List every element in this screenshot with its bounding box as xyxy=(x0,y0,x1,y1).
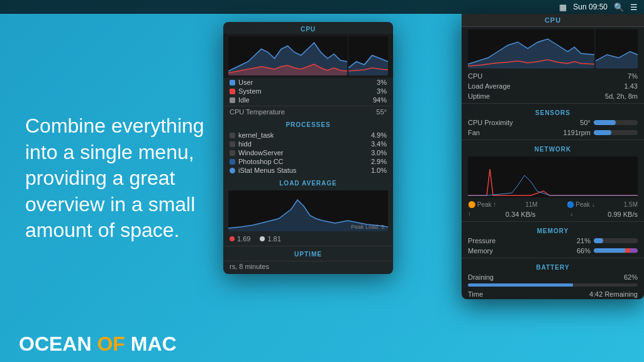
uptime-title: UPTIME xyxy=(223,248,393,259)
load-values: 1.69 1.81 xyxy=(223,234,393,244)
processes-title: PROCESSES xyxy=(223,118,393,129)
memory-label: Memory xyxy=(468,247,493,255)
brand-mac: MAC xyxy=(131,332,177,356)
mem-seg-blue xyxy=(594,248,625,253)
process-value-1: 4.9% xyxy=(371,131,387,139)
cpu-temp-row: CPU Temperature 55° xyxy=(223,106,393,118)
peak-load-label: Peak Load: 5 xyxy=(351,224,384,230)
divider-4 xyxy=(462,258,644,258)
upload-label: ↑ xyxy=(468,211,471,218)
process-name-1: kernel_task xyxy=(238,131,274,139)
process-value-4: 2.9% xyxy=(371,158,387,165)
cpu-graph-icon[interactable]: ▦ xyxy=(559,3,567,12)
cpu-temp-value: 55° xyxy=(376,108,387,116)
process-name-5: iStat Menus Status xyxy=(238,167,296,174)
process-name-4: Photoshop CC xyxy=(238,158,284,165)
main-description: Combine everything into a single menu, p… xyxy=(25,113,214,244)
uptime-value: rs, 8 minutes xyxy=(223,261,393,274)
right-cpu-label: CPU xyxy=(468,72,482,80)
process-row-3: WindowServer 3.0% xyxy=(223,148,393,157)
idle-stat-row: Idle 94% xyxy=(223,96,393,104)
menubar: ▦ Sun 09:50 🔍 ☰ xyxy=(0,0,644,14)
right-cpu-graphs xyxy=(462,27,644,71)
user-value: 3% xyxy=(377,79,387,86)
load-graph: Peak Load: 5 xyxy=(228,190,388,231)
memory-value: 66% xyxy=(577,247,591,255)
pressure-bar xyxy=(594,238,638,243)
process-dot-2 xyxy=(230,141,235,147)
process-value-5: 1.0% xyxy=(371,167,387,174)
divider-3 xyxy=(462,221,644,222)
fan-bar-container: 1191rpm xyxy=(564,129,638,136)
peak-down-value: 1.5M xyxy=(624,201,638,208)
sensors-title: SENSORS xyxy=(462,106,644,118)
cpu-graph-small xyxy=(348,36,388,75)
mem-seg-red xyxy=(625,248,630,253)
load-dot-orange xyxy=(230,236,235,241)
fan-bar xyxy=(594,130,638,135)
process-row-2: hidd 3.4% xyxy=(223,140,393,148)
peak-down-label: 🔵 Peak ↓ xyxy=(567,201,595,208)
draining-label: Draining xyxy=(468,273,494,281)
upload-value: 0.34 KB/s xyxy=(506,211,536,218)
cpu-graph-main xyxy=(228,36,347,75)
search-icon[interactable]: 🔍 xyxy=(614,3,624,12)
cpu-proximity-row: CPU Proximity 50° xyxy=(462,118,644,128)
cpu-temp-label: CPU Temperature xyxy=(230,108,285,116)
processes-section: kernel_task 4.9% hidd 3.4% WindowServer … xyxy=(223,129,393,176)
cpu-proximity-bar xyxy=(594,120,638,125)
memory-fill-multi xyxy=(594,248,638,253)
idle-value: 94% xyxy=(373,96,387,104)
menu-icon[interactable]: ☰ xyxy=(630,3,638,12)
divider-2 xyxy=(462,140,644,140)
time-remaining-row: Time 4:42 Remaining xyxy=(462,289,644,299)
system-value: 3% xyxy=(377,87,387,95)
peak-up-label: 🟠 Peak ↑ xyxy=(468,201,496,208)
right-popup-title: CPU xyxy=(468,16,638,24)
svg-rect-11 xyxy=(468,156,638,197)
memory-title: MEMORY xyxy=(462,224,644,236)
right-popup-header: CPU xyxy=(462,14,644,27)
brand-of-space xyxy=(92,332,97,356)
cpu-proximity-label: CPU Proximity xyxy=(468,119,513,126)
cpu-title: CPU xyxy=(223,22,393,34)
user-stat-row: User 3% xyxy=(223,78,393,87)
time-label: Time xyxy=(468,290,483,298)
time-value: 4:42 Remaining xyxy=(589,290,638,298)
brand: OCEAN OF MAC xyxy=(19,332,177,356)
menubar-right: ▦ Sun 09:50 🔍 ☰ xyxy=(559,3,638,12)
process-row-5: iStat Menus Status 1.0% xyxy=(223,166,393,175)
right-uptime-value: 5d, 2h, 8m xyxy=(605,92,638,100)
memory-bar xyxy=(594,248,638,253)
process-dot-4 xyxy=(230,159,235,165)
draining-value: 62% xyxy=(624,273,638,281)
process-dot-5 xyxy=(230,168,235,173)
brand-of: OF xyxy=(97,332,125,356)
user-label: User xyxy=(238,79,253,86)
memory-bar-container: 66% xyxy=(577,247,638,255)
right-uptime-row: Uptime 5d, 2h, 8m xyxy=(462,91,644,101)
pressure-bar-container: 21% xyxy=(577,237,638,244)
cpu-proximity-bar-container: 50° xyxy=(580,119,638,126)
right-cpu-graph-main xyxy=(468,30,594,69)
system-stat-row: System 3% xyxy=(223,87,393,96)
pressure-value: 21% xyxy=(577,237,591,244)
right-cpu-row: CPU 7% xyxy=(462,71,644,81)
idle-dot xyxy=(230,97,235,103)
system-label: System xyxy=(238,87,262,95)
network-title: NETWORK xyxy=(462,142,644,154)
download-label: ↓ xyxy=(570,211,573,218)
cpu-graph-svg xyxy=(228,36,347,75)
mem-seg-purple xyxy=(630,248,638,253)
process-name-3: WindowServer xyxy=(238,149,284,156)
network-current-stats: ↑ 0.34 KB/s ↓ 0.99 KB/s xyxy=(462,209,644,219)
fan-fill xyxy=(594,130,611,135)
fan-label: Fan xyxy=(468,129,480,136)
pressure-label: Pressure xyxy=(468,237,496,244)
cpu-proximity-value: 50° xyxy=(580,119,591,126)
load-value-2: 1.81 xyxy=(267,235,280,243)
load-dot-white xyxy=(260,236,265,241)
right-cpu-graph-mini xyxy=(596,30,638,69)
process-dot-1 xyxy=(230,133,235,138)
fan-value: 1191rpm xyxy=(564,129,591,136)
